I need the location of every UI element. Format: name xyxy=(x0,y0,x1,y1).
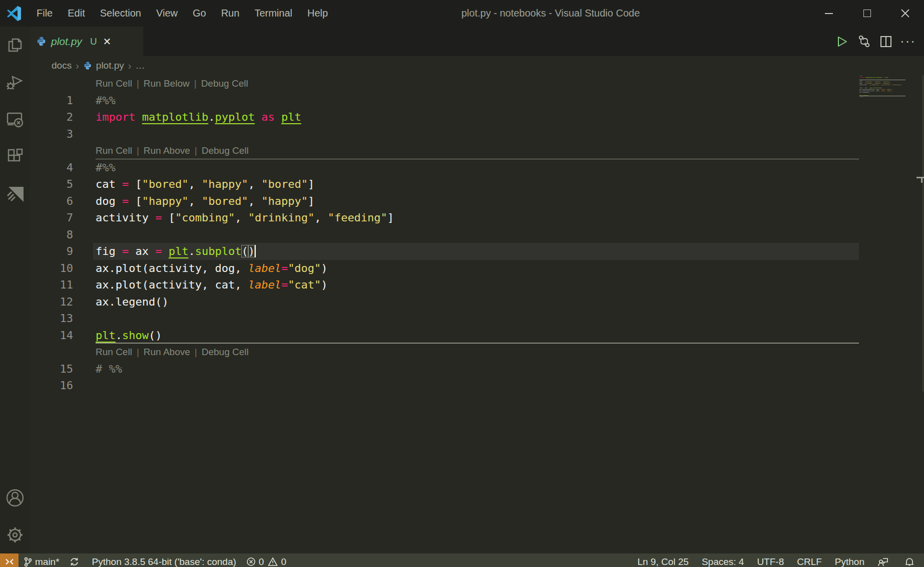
code-token: . xyxy=(116,329,122,342)
extensions-icon[interactable] xyxy=(0,138,30,175)
codelens-row: Run Cell|Run Above|Debug Cell xyxy=(30,142,924,159)
tab-close-icon[interactable]: ✕ xyxy=(103,37,112,47)
git-untracked-badge: U xyxy=(90,36,97,47)
code-token: "cat" xyxy=(288,278,321,291)
tab-plot-py[interactable]: plot.py U ✕ xyxy=(30,27,143,56)
deploy-triangle-icon[interactable] xyxy=(0,175,30,212)
bell-icon[interactable] xyxy=(898,553,924,567)
code-token: , xyxy=(248,195,262,207)
codelens-link-debug-cell[interactable]: Debug Cell xyxy=(202,145,249,156)
language-mode-item[interactable]: Python xyxy=(828,553,871,567)
run-file-icon[interactable] xyxy=(831,31,853,53)
code-token: label xyxy=(248,262,281,274)
codelens-link-run-cell[interactable]: Run Cell xyxy=(96,78,132,89)
problems-item[interactable]: 0 0 xyxy=(241,553,291,567)
activity-bar xyxy=(0,27,30,567)
code-token: = xyxy=(281,262,288,274)
line-number: 6 xyxy=(30,193,73,210)
sync-icon[interactable] xyxy=(65,553,87,567)
menu-item-go[interactable]: Go xyxy=(185,8,214,19)
code-token: "happy" xyxy=(202,178,248,190)
line-number: 5 xyxy=(30,176,73,193)
menu-item-help[interactable]: Help xyxy=(300,8,335,19)
explorer-icon[interactable] xyxy=(0,27,30,64)
code-line: 7activity = ["combing", "drinking", "fee… xyxy=(30,209,924,226)
code-token xyxy=(162,245,168,257)
code-token: [ xyxy=(162,211,175,224)
code-token: ] xyxy=(308,195,314,207)
codelens-separator: | xyxy=(194,78,197,89)
breadcrumb-item-file[interactable]: plot.py xyxy=(96,60,124,71)
breadcrumb-item-docs[interactable]: docs xyxy=(52,60,72,71)
code-token: "drinking" xyxy=(248,211,314,224)
maximize-icon[interactable] xyxy=(848,0,886,27)
code-token: ) xyxy=(248,245,255,257)
minimize-icon[interactable] xyxy=(810,0,848,27)
code-token: ax xyxy=(129,245,155,257)
chevron-right-icon: › xyxy=(128,60,132,72)
code-editor[interactable]: Run Cell|Run Below|Debug Cell1#%%2import… xyxy=(30,75,924,567)
code-token: label xyxy=(248,278,281,291)
code-line: 11ax.plot(activity, cat, label="cat") xyxy=(30,276,924,294)
code-token: plt xyxy=(281,111,301,123)
code-token: ax.plot(activity, cat, xyxy=(96,278,248,291)
code-token: ( xyxy=(241,245,248,257)
line-number: 15 xyxy=(30,361,73,378)
breadcrumb: docs › plot.py › … xyxy=(30,56,924,75)
code-line: 6dog = ["happy", "bored", "happy"] xyxy=(30,193,924,210)
menu-item-run[interactable]: Run xyxy=(214,8,247,19)
code-token: plt xyxy=(96,329,116,342)
codelens-link-debug-cell[interactable]: Debug Cell xyxy=(201,78,248,89)
editor-actions: ··· xyxy=(831,27,919,56)
git-branch-item[interactable]: main* xyxy=(19,553,65,567)
remote-icon[interactable] xyxy=(0,553,19,567)
code-token: [ xyxy=(129,178,142,190)
code-token: , xyxy=(235,211,248,224)
menu-item-selection[interactable]: Selection xyxy=(93,8,149,19)
overview-ruler xyxy=(922,75,923,392)
feedback-icon[interactable] xyxy=(871,553,898,567)
codelens-link-run-below[interactable]: Run Below xyxy=(144,78,190,89)
account-icon[interactable] xyxy=(0,479,30,516)
menu-item-view[interactable]: View xyxy=(149,8,185,19)
minimap[interactable]: Run Cell|Run Below|Debug Cell1#%%2import… xyxy=(859,75,905,115)
line-number: 14 xyxy=(30,327,73,344)
breadcrumb-item-symbol[interactable]: … xyxy=(135,60,145,71)
close-icon[interactable] xyxy=(886,0,924,27)
more-actions-icon[interactable]: ··· xyxy=(897,31,919,53)
remote-explorer-icon[interactable] xyxy=(0,101,30,138)
codelens-link-run-above[interactable]: Run Above xyxy=(144,347,190,357)
code-token: = xyxy=(155,211,162,224)
codelens-link-run-cell[interactable]: Run Cell xyxy=(96,145,132,156)
code-token: , xyxy=(248,178,262,190)
warning-count: 0 xyxy=(281,556,286,567)
code-token: "feeding" xyxy=(328,211,387,224)
line-number: 10 xyxy=(30,260,73,277)
codelens-separator: | xyxy=(195,145,197,156)
cursor-position-item[interactable]: Ln 9, Col 25 xyxy=(631,553,695,567)
code-token: = xyxy=(122,178,129,190)
split-editor-icon[interactable] xyxy=(875,31,897,53)
code-token: , xyxy=(314,211,328,224)
indentation-item[interactable]: Spaces: 4 xyxy=(695,553,751,567)
codelens-link-run-above[interactable]: Run Above xyxy=(144,145,190,156)
warning-icon xyxy=(268,557,278,566)
menu-item-edit[interactable]: Edit xyxy=(60,8,92,19)
codelens-link-run-cell[interactable]: Run Cell xyxy=(96,347,132,357)
code-token: "dog" xyxy=(288,262,321,274)
eol-item[interactable]: CRLF xyxy=(790,553,828,567)
code-token: = xyxy=(155,245,162,257)
codelens-separator: | xyxy=(195,347,197,357)
code-token: = xyxy=(281,278,288,291)
code-line: 2import matplotlib.pyplot as plt xyxy=(30,109,924,126)
menu-item-file[interactable]: File xyxy=(29,8,60,19)
open-changes-icon[interactable] xyxy=(853,31,875,53)
menu-item-terminal[interactable]: Terminal xyxy=(247,8,300,19)
python-interpreter-item[interactable]: Python 3.8.5 64-bit ('base': conda) xyxy=(87,553,241,567)
encoding-item[interactable]: UTF-8 xyxy=(750,553,790,567)
codelens-link-debug-cell[interactable]: Debug Cell xyxy=(202,347,249,357)
settings-gear-icon[interactable] xyxy=(0,516,30,553)
run-debug-icon[interactable] xyxy=(0,64,30,101)
code-token: , xyxy=(188,195,202,207)
code-line: 14plt.show() xyxy=(30,327,924,344)
